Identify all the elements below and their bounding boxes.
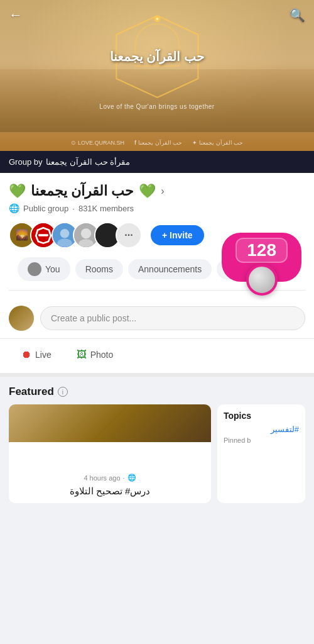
photo-icon: 🖼	[77, 349, 87, 360]
logo-arabic-text: حب القرآن يجمعنا	[110, 48, 204, 65]
featured-card-right[interactable]: Topics #لتفسير Pinned b	[217, 404, 305, 503]
notification-badge-overlay: 128	[222, 233, 301, 282]
search-button[interactable]: 🔍	[290, 8, 305, 23]
featured-title: Featured	[9, 386, 54, 398]
invite-button[interactable]: + Invite	[151, 225, 204, 245]
group-members-count: 831K members	[78, 204, 134, 213]
post-create-section: Create a public post...	[0, 298, 314, 339]
back-button[interactable]: ←	[9, 7, 23, 23]
featured-cards-row: 4 hours ago · 🌐 درس# تصحيح التلاوة Topic…	[9, 404, 305, 503]
tab-you[interactable]: You	[18, 257, 70, 281]
notification-count: 128	[236, 238, 288, 263]
featured-header: Featured i	[9, 386, 305, 398]
group-banner: ← 🔍 حب القرآن يجمعنا Love	[0, 0, 314, 151]
topics-label: Topics	[224, 411, 299, 421]
top-nav-bar: ← 🔍	[0, 0, 314, 30]
bottom-spacer	[0, 503, 314, 528]
notification-badge-outer[interactable]: 128	[222, 233, 301, 282]
svg-point-9	[57, 238, 72, 247]
banner-social-row: ⊙LOVE.QURAN.SH fحب القرآن يجمعنا ✦حب الق…	[0, 140, 314, 146]
card-timestamp: 4 hours ago · 🌐	[15, 474, 205, 482]
card-content: 4 hours ago · 🌐 درس# تصحيح التلاوة	[9, 442, 211, 503]
notification-bell-icon	[246, 264, 278, 296]
globe-icon: 🌐	[9, 203, 19, 213]
featured-card-left[interactable]: 4 hours ago · 🌐 درس# تصحيح التلاوة	[9, 404, 211, 503]
card-globe-icon: 🌐	[127, 474, 136, 482]
group-title-text: حب القرآن يجمعنا	[31, 183, 134, 199]
content-area: Featured i 4 hours ago · 🌐 درس# تصحيح ال…	[0, 377, 314, 528]
timestamp-text: 4 hours ago	[84, 474, 120, 482]
heart-right-icon: 💚	[9, 183, 26, 199]
svg-point-11	[81, 228, 91, 238]
banner-tagline: Love of the Qur'an brings us together	[99, 103, 214, 110]
group-by-label: Group by	[9, 157, 42, 167]
svg-point-8	[60, 229, 69, 238]
photo-label: Photo	[90, 350, 114, 360]
photo-button[interactable]: 🖼 Photo	[64, 344, 126, 365]
topics-pinned-label: Pinned b	[224, 436, 299, 444]
social-item-3: ✦حب القرآن يجمعنا	[192, 140, 243, 146]
featured-section: Featured i 4 hours ago · 🌐 درس# تصحيح ال…	[0, 377, 314, 503]
topics-hashtag: #لتفسير	[224, 425, 299, 434]
social-item-2: fحب القرآن يجمعنا	[134, 140, 182, 146]
card-image-placeholder	[9, 404, 211, 442]
group-by-name: مقرأة حب القرآن يجمعنا	[46, 157, 130, 167]
tab-announcements[interactable]: Announcements	[128, 259, 212, 279]
live-label: Live	[35, 350, 51, 360]
expand-chevron-icon[interactable]: ›	[161, 186, 164, 197]
post-actions-row: ⏺ Live 🖼 Photo	[0, 339, 314, 377]
info-icon[interactable]: i	[58, 387, 68, 397]
tab-rooms[interactable]: Rooms	[75, 259, 123, 279]
tab-you-label: You	[45, 264, 60, 274]
svg-text:🌄: 🌄	[16, 228, 29, 242]
live-button[interactable]: ⏺ Live	[9, 344, 64, 365]
live-icon: ⏺	[21, 349, 31, 360]
card-arabic-text: درس# تصحيح التلاوة	[15, 486, 205, 497]
heart-left-icon: 💚	[139, 183, 156, 199]
group-title-row: › 💚 حب القرآن يجمعنا 💚	[9, 183, 305, 199]
member-avatar-more: ···	[116, 222, 142, 248]
group-visibility: Public group	[23, 204, 68, 213]
group-by-bar: Group by مقرأة حب القرآن يجمعنا	[0, 151, 314, 173]
group-meta-row: 🌐 Public group · 831K members	[9, 203, 305, 213]
svg-point-12	[78, 239, 94, 248]
tab-you-avatar	[28, 262, 41, 276]
post-input[interactable]: Create a public post...	[40, 306, 305, 330]
social-item-1: ⊙LOVE.QURAN.SH	[71, 140, 124, 146]
post-user-avatar	[9, 306, 34, 331]
